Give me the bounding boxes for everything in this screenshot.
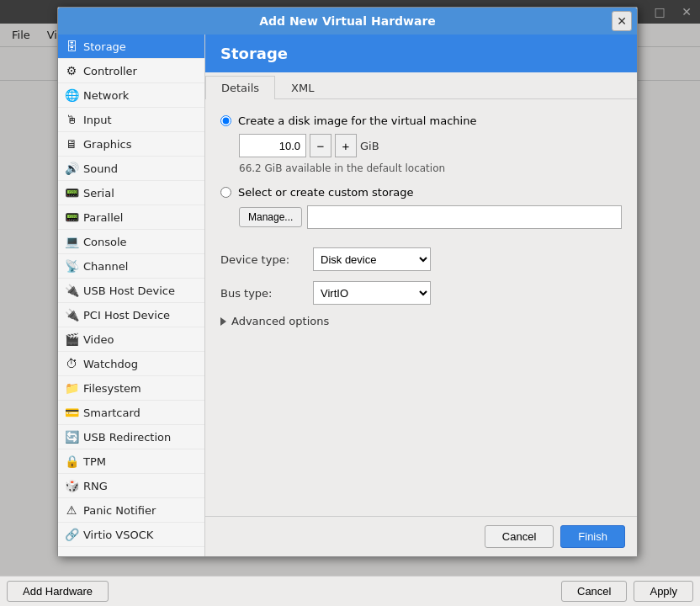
usb-redirection-icon: 🔄: [65, 430, 78, 444]
hardware-content: Storage Details XML Create a disk image …: [205, 35, 637, 556]
custom-storage-input[interactable]: [307, 205, 622, 229]
hw-list-label-controller: Controller: [83, 65, 137, 77]
hw-list-label-network: Network: [83, 89, 129, 102]
hw-list-label-smartcard: Smartcard: [83, 407, 141, 419]
hw-list-item-console[interactable]: 💻Console: [58, 230, 204, 254]
bottom-cancel-button[interactable]: Cancel: [561, 581, 627, 602]
bus-type-select[interactable]: VirtIO IDE SCSI SATA USB: [313, 281, 431, 305]
create-disk-group: Create a disk image for the virtual mach…: [220, 114, 622, 174]
usb-host-device-icon: 🔌: [65, 284, 78, 297]
gib-label: GiB: [360, 140, 379, 152]
bottom-bar: Add Hardware Cancel Apply: [0, 576, 700, 606]
add-hardware-button[interactable]: Add Hardware: [7, 581, 109, 602]
bus-type-label: Bus type:: [220, 287, 305, 300]
hw-list-item-tpm[interactable]: 🔒TPM: [58, 449, 204, 474]
available-space-text: 66.2 GiB available in the default locati…: [239, 162, 622, 174]
dialog-title: Add New Virtual Hardware: [259, 14, 436, 28]
manage-button[interactable]: Manage...: [239, 207, 302, 227]
content-tabs: Details XML: [205, 72, 637, 99]
hw-list-label-usb-host-device: USB Host Device: [83, 284, 175, 297]
network-icon: 🌐: [65, 88, 78, 102]
hw-list-item-usb-redirection[interactable]: 🔄USB Redirection: [58, 425, 204, 449]
hw-list-item-filesystem[interactable]: 📁Filesystem: [58, 376, 204, 401]
hw-list-label-pci-host-device: PCI Host Device: [83, 309, 170, 322]
virtio-vsock-icon: 🔗: [65, 528, 78, 541]
sound-icon: 🔊: [65, 162, 78, 175]
hw-list-label-panic-notifier: Panic Notifier: [83, 504, 156, 517]
triangle-icon: [220, 317, 226, 326]
custom-input-row: Manage...: [239, 205, 622, 229]
hw-list-label-sound: Sound: [83, 162, 118, 175]
dialog-footer: Cancel Finish: [205, 516, 637, 556]
hw-list-item-graphics[interactable]: 🖥Graphics: [58, 132, 204, 157]
tab-xml[interactable]: XML: [275, 76, 330, 99]
storage-icon: 🗄: [65, 40, 78, 53]
panic-notifier-icon: ⚠: [65, 503, 78, 517]
hw-list-label-tpm: TPM: [83, 455, 106, 468]
controller-icon: ⚙: [65, 64, 78, 77]
pci-host-device-icon: 🔌: [65, 308, 78, 322]
content-header: Storage: [205, 35, 637, 72]
dialog-close-button[interactable]: ✕: [612, 11, 632, 31]
hw-list-item-serial[interactable]: 📟Serial: [58, 181, 204, 205]
hw-list-label-channel: Channel: [83, 260, 128, 273]
console-icon: 💻: [65, 235, 78, 248]
hw-list-label-input: Input: [83, 114, 112, 126]
create-disk-row: Create a disk image for the virtual mach…: [220, 114, 622, 127]
hw-list-label-serial: Serial: [83, 187, 114, 199]
tpm-icon: 🔒: [65, 454, 78, 468]
bus-type-row: Bus type: VirtIO IDE SCSI SATA USB: [220, 281, 622, 305]
hw-list-item-sound[interactable]: 🔊Sound: [58, 157, 204, 181]
create-disk-label: Create a disk image for the virtual mach…: [238, 114, 476, 127]
tab-details[interactable]: Details: [205, 76, 275, 99]
hw-list-item-input[interactable]: 🖱Input: [58, 108, 204, 132]
hw-list-item-usb-host-device[interactable]: 🔌USB Host Device: [58, 279, 204, 303]
decrease-size-button[interactable]: −: [310, 134, 331, 157]
hw-list-label-console: Console: [83, 236, 127, 248]
hw-list-label-parallel: Parallel: [83, 211, 123, 224]
hw-list-label-storage: Storage: [83, 40, 126, 53]
create-disk-radio[interactable]: [220, 115, 231, 126]
hw-list-label-usb-redirection: USB Redirection: [83, 431, 171, 444]
increase-size-button[interactable]: +: [335, 134, 357, 157]
hw-list-item-controller[interactable]: ⚙Controller: [58, 59, 204, 83]
dialog-body: 🗄Storage⚙Controller🌐Network🖱Input🖥Graphi…: [58, 35, 637, 556]
hw-list-item-virtio-vsock[interactable]: 🔗Virtio VSOCK: [58, 523, 204, 547]
device-type-select[interactable]: Disk device CD/DVD device Floppy device …: [313, 247, 431, 271]
disk-size-row: − + GiB: [239, 134, 622, 157]
hw-list-item-network[interactable]: 🌐Network: [58, 83, 204, 108]
hw-list-item-video[interactable]: 🎬Video: [58, 327, 204, 352]
advanced-options-toggle[interactable]: Advanced options: [220, 315, 622, 327]
parallel-icon: 📟: [65, 210, 78, 224]
hw-list-label-watchdog: Watchdog: [83, 358, 138, 370]
dialog-titlebar: Add New Virtual Hardware ✕: [58, 8, 637, 35]
bottom-apply-button[interactable]: Apply: [634, 581, 693, 602]
smartcard-icon: 💳: [65, 406, 78, 419]
add-hardware-dialog: Add New Virtual Hardware ✕ 🗄Storage⚙Cont…: [57, 7, 638, 557]
device-type-label: Device type:: [220, 253, 305, 266]
disk-size-input[interactable]: [239, 134, 306, 157]
hw-list-label-filesystem: Filesystem: [83, 382, 141, 395]
hw-list-item-watchdog[interactable]: ⏱Watchdog: [58, 352, 204, 376]
custom-storage-radio[interactable]: [220, 187, 231, 198]
watchdog-icon: ⏱: [65, 357, 78, 370]
content-main: Create a disk image for the virtual mach…: [205, 99, 637, 516]
filesystem-icon: 📁: [65, 381, 78, 395]
hw-list-item-channel[interactable]: 📡Channel: [58, 254, 204, 279]
rng-icon: 🎲: [65, 479, 78, 492]
hw-list-label-graphics: Graphics: [83, 138, 131, 151]
input-icon: 🖱: [65, 113, 78, 126]
hw-list-label-virtio-vsock: Virtio VSOCK: [83, 529, 153, 541]
hw-list-item-smartcard[interactable]: 💳Smartcard: [58, 401, 204, 425]
hw-list-label-rng: RNG: [83, 480, 108, 492]
hw-list-item-rng[interactable]: 🎲RNG: [58, 474, 204, 498]
channel-icon: 📡: [65, 259, 78, 273]
cancel-button[interactable]: Cancel: [485, 525, 554, 548]
hw-list-item-pci-host-device[interactable]: 🔌PCI Host Device: [58, 303, 204, 327]
hw-list-item-panic-notifier[interactable]: ⚠Panic Notifier: [58, 498, 204, 523]
finish-button[interactable]: Finish: [560, 525, 625, 548]
hw-list-item-storage[interactable]: 🗄Storage: [58, 35, 204, 59]
custom-storage-label: Select or create custom storage: [238, 186, 413, 199]
hw-list-item-parallel[interactable]: 📟Parallel: [58, 205, 204, 230]
hardware-list: 🗄Storage⚙Controller🌐Network🖱Input🖥Graphi…: [58, 35, 205, 556]
